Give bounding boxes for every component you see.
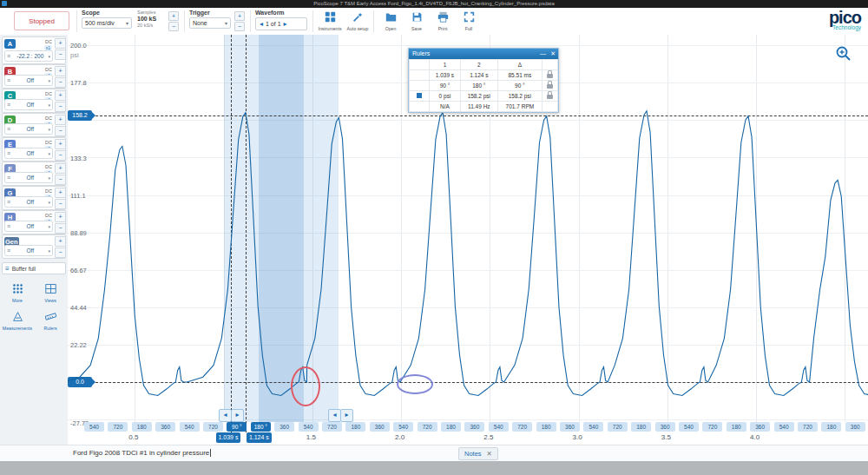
selection-handle[interactable]: ◂ xyxy=(219,409,232,422)
degree-box[interactable]: 540 xyxy=(774,422,794,432)
channel-range-dropdown[interactable]: ≡Off▾ xyxy=(4,221,53,232)
auto-setup-button[interactable]: Auto setup xyxy=(345,10,370,34)
degree-box[interactable]: 360 xyxy=(655,422,675,432)
channel-range-dropdown[interactable]: ≡Off▾ xyxy=(4,99,53,110)
decrement-button[interactable]: − xyxy=(55,150,66,161)
tool-more[interactable]: More xyxy=(2,281,33,307)
decrement-button[interactable]: − xyxy=(234,22,245,31)
degree-box[interactable]: 540 xyxy=(84,422,104,432)
timebase-select[interactable]: 500 ms/div ▾ xyxy=(82,17,132,29)
channel-range-dropdown[interactable]: ≡Off▾ xyxy=(4,245,53,256)
note-input[interactable]: Ford Figo 2008 TDCi #1 in cylinder press… xyxy=(73,449,211,457)
channel-card-d[interactable]: DDCx1+−≡Off▾ xyxy=(2,113,66,137)
lock-cell[interactable] xyxy=(542,91,558,102)
save-button[interactable]: Save xyxy=(404,10,429,34)
increment-button[interactable]: + xyxy=(55,115,66,125)
rulers-panel-titlebar[interactable]: Rulers — ✕ xyxy=(409,49,558,59)
decrement-button[interactable]: − xyxy=(55,126,66,136)
stop-button[interactable]: Stopped xyxy=(14,11,69,30)
decrement-button[interactable]: − xyxy=(55,247,66,258)
decrement-button[interactable]: − xyxy=(55,175,66,185)
fullscreen-button[interactable]: Full xyxy=(457,10,481,34)
print-button[interactable]: Print xyxy=(431,10,455,34)
degree-box[interactable]: 180 xyxy=(631,422,651,432)
degree-box[interactable]: 360 xyxy=(750,422,770,432)
lock-cell[interactable] xyxy=(542,70,558,81)
lock-icon[interactable] xyxy=(547,95,553,99)
next-waveform-icon[interactable]: ▸ xyxy=(284,20,287,28)
selection-handle[interactable]: ◂ xyxy=(328,409,341,422)
tool-measurements[interactable]: Measurements xyxy=(2,309,33,335)
ruler-time-badge[interactable]: 1.124 s xyxy=(247,432,272,443)
increment-button[interactable]: + xyxy=(55,139,66,149)
increment-button[interactable]: + xyxy=(55,90,66,101)
degree-box[interactable]: 180 xyxy=(536,422,556,432)
minimize-icon[interactable]: — xyxy=(540,49,546,59)
selection-handle[interactable]: ▸ xyxy=(231,409,244,422)
decrement-button[interactable]: − xyxy=(55,102,66,112)
increment-button[interactable]: + xyxy=(55,188,66,198)
buffer-full-button[interactable]: ≡Buffer full xyxy=(2,262,66,274)
channel-card-h[interactable]: HDCx1+−≡Off▾ xyxy=(2,210,66,234)
degree-box[interactable]: 360 xyxy=(845,422,865,432)
rulers-panel[interactable]: Rulers — ✕ 12Δ1.039 s1.124 s85.51 ms90 °… xyxy=(408,48,559,113)
degree-box[interactable]: 720 xyxy=(203,422,223,432)
degree-box[interactable]: 360 xyxy=(155,422,175,432)
increment-button[interactable]: + xyxy=(55,212,66,222)
degree-box[interactable]: 180 xyxy=(345,422,365,432)
degree-box[interactable]: 720 xyxy=(322,422,342,432)
degree-box[interactable]: 360 xyxy=(560,422,580,432)
channel-card-a[interactable]: ADCx1+−≡-22.2 : 200▾ xyxy=(2,36,66,64)
tool-views[interactable]: Views xyxy=(35,281,66,307)
degree-box[interactable]: 540 xyxy=(489,422,509,432)
lock-icon[interactable] xyxy=(547,84,553,89)
degree-box[interactable]: 540 xyxy=(679,422,699,432)
increment-button[interactable]: + xyxy=(55,38,66,49)
degree-box[interactable]: 180 xyxy=(441,422,461,432)
channel-range-dropdown[interactable]: ≡-22.2 : 200▾ xyxy=(4,50,53,62)
degree-box[interactable]: 720 xyxy=(418,422,437,432)
degree-box[interactable]: 90 ° xyxy=(227,422,247,432)
decrement-button[interactable]: − xyxy=(55,77,66,88)
degree-box[interactable]: 720 xyxy=(702,422,722,432)
degree-box[interactable]: 180 xyxy=(821,422,841,432)
degree-box[interactable]: 180 xyxy=(727,422,746,432)
degree-box[interactable]: 360 xyxy=(274,422,294,432)
increment-button[interactable]: + xyxy=(55,66,66,76)
channel-card-e[interactable]: EDCx1+−≡Off▾ xyxy=(2,137,66,162)
increment-button[interactable]: + xyxy=(234,11,245,21)
decrement-button[interactable]: − xyxy=(55,49,66,60)
trigger-mode-select[interactable]: None ▾ xyxy=(189,17,231,29)
degree-box[interactable]: 180 xyxy=(132,422,152,432)
lock-icon[interactable] xyxy=(547,74,553,78)
prev-waveform-icon[interactable]: ◂ xyxy=(260,20,263,28)
channel-range-dropdown[interactable]: ≡Off▾ xyxy=(4,75,53,86)
channel-range-dropdown[interactable]: ≡Off▾ xyxy=(4,172,53,183)
decrement-button[interactable]: − xyxy=(168,22,179,31)
instruments-button[interactable]: Instruments xyxy=(318,10,342,34)
degree-box[interactable]: 360 xyxy=(370,422,390,432)
degree-box[interactable]: 180 ° xyxy=(251,422,271,432)
channel-card-gen[interactable]: Gen+−≡Off▾ xyxy=(2,234,66,259)
close-icon[interactable]: ✕ xyxy=(550,49,556,59)
degree-box[interactable]: 720 xyxy=(108,422,128,432)
close-icon[interactable]: ✕ xyxy=(487,450,492,458)
channel-range-dropdown[interactable]: ≡Off▾ xyxy=(4,123,53,135)
open-button[interactable]: Open xyxy=(378,10,403,34)
lock-cell[interactable] xyxy=(542,81,558,91)
degree-box[interactable]: 720 xyxy=(608,422,628,432)
decrement-button[interactable]: − xyxy=(55,199,66,209)
degree-box[interactable]: 540 xyxy=(299,422,319,432)
zoom-icon[interactable] xyxy=(835,45,852,63)
channel-card-c[interactable]: CDCx1+−≡Off▾ xyxy=(2,89,66,113)
channel-range-dropdown[interactable]: ≡Off▾ xyxy=(4,196,53,208)
waveform-nav[interactable]: ◂ 1 of 1 ▸ xyxy=(255,17,307,30)
degree-box[interactable]: 720 xyxy=(512,422,532,432)
degree-box[interactable]: 540 xyxy=(583,422,603,432)
decrement-button[interactable]: − xyxy=(55,223,66,234)
channel-card-f[interactable]: FDCx1+−≡Off▾ xyxy=(2,162,66,186)
degree-box[interactable]: 540 xyxy=(180,422,200,432)
channel-card-g[interactable]: GDCx1+−≡Off▾ xyxy=(2,186,66,210)
increment-button[interactable]: + xyxy=(55,163,66,174)
degree-box[interactable]: 360 xyxy=(464,422,484,432)
